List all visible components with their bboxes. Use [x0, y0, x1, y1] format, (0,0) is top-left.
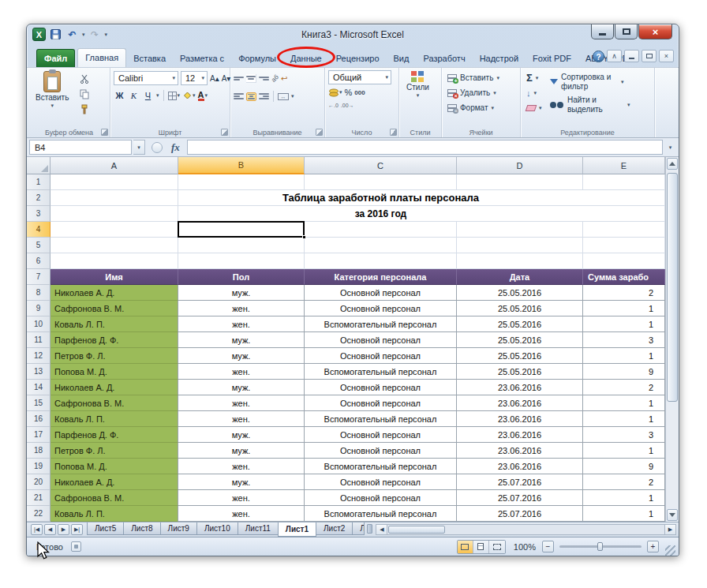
cell-A9[interactable]: Сафронова В. М. [50, 301, 178, 316]
row-header-10[interactable]: 10 [27, 316, 50, 332]
row-header-4[interactable]: 4 [27, 222, 50, 238]
expand-formula-bar-button[interactable]: ▾ [664, 140, 676, 155]
find-select-button[interactable]: Найти и выделить▾ [548, 93, 633, 116]
minimize-ribbon-button[interactable]: ∧ [607, 50, 622, 62]
cell-E1[interactable] [583, 174, 665, 190]
workbook-close-button[interactable]: × [659, 50, 674, 62]
table-header-date[interactable]: Дата [457, 269, 583, 285]
cell-C5[interactable] [305, 238, 457, 253]
align-middle-icon[interactable] [246, 74, 256, 83]
cell-D13[interactable]: 25.05.2016 [457, 364, 583, 380]
increase-font-button[interactable]: А▴ [210, 74, 219, 83]
cell-A21[interactable]: Сафронова В. М. [50, 490, 178, 506]
cell-C22[interactable]: Вспомогательный персонал [305, 506, 457, 522]
ribbon-tab-10[interactable]: Foxit PDF [526, 50, 578, 67]
vertical-scroll-thumb[interactable] [667, 173, 678, 402]
row-header-16[interactable]: 16 [27, 411, 50, 427]
cell-B9[interactable]: жен. [178, 301, 305, 316]
cell-B1[interactable] [178, 174, 305, 190]
cell-C1[interactable] [305, 174, 457, 190]
align-bottom-icon[interactable] [259, 74, 269, 83]
cell-D17[interactable]: 23.06.2016 [457, 427, 583, 443]
row-header-15[interactable]: 15 [27, 395, 50, 411]
font-name-select[interactable]: Calibri▾ [114, 71, 178, 85]
align-top-icon[interactable] [234, 74, 244, 83]
table-header-category[interactable]: Категория персонала [305, 269, 457, 285]
borders-button[interactable]: ▾ [168, 92, 181, 100]
sheet-tab-6[interactable]: Лист2 [316, 522, 353, 535]
row-header-14[interactable]: 14 [27, 380, 50, 395]
prev-sheet-button[interactable]: ◀ [44, 524, 56, 535]
cell-E19[interactable]: 9 [583, 459, 665, 474]
increase-decimal-button[interactable]: ←.0 [328, 103, 339, 108]
cell-B17[interactable]: муж. [178, 427, 305, 443]
cell-E18[interactable]: 1 [583, 443, 665, 459]
horizontal-scrollbar[interactable]: ◀ ▶ [376, 524, 676, 535]
cell-A1[interactable] [50, 174, 178, 190]
horizontal-scroll-thumb[interactable] [388, 526, 445, 534]
cell-B18[interactable]: муж. [178, 443, 305, 459]
row-header-3[interactable]: 3 [27, 206, 50, 222]
row-header-8[interactable]: 8 [27, 285, 50, 301]
row-header-2[interactable]: 2 [27, 190, 50, 206]
sheet-tab-5[interactable]: Лист1 [278, 522, 316, 537]
cell-A18[interactable]: Петров Ф. Л. [50, 443, 178, 459]
italic-button[interactable]: К [128, 91, 140, 100]
copy-button[interactable] [77, 88, 92, 100]
normal-view-button[interactable] [458, 541, 473, 553]
wrap-text-icon[interactable]: ↩ [281, 74, 287, 83]
vertical-scrollbar[interactable] [665, 157, 679, 522]
scroll-down-button[interactable] [667, 509, 678, 521]
cell-A16[interactable]: Коваль Л. П. [50, 411, 178, 427]
cell-B8[interactable]: муж. [178, 285, 305, 301]
cell-E10[interactable]: 1 [583, 316, 665, 332]
clipboard-dialog-launcher-icon[interactable] [101, 129, 108, 136]
row-header-18[interactable]: 18 [27, 443, 50, 459]
select-all-corner[interactable] [27, 157, 50, 174]
ribbon-tab-3[interactable]: Разметка с [173, 50, 231, 67]
cell-D14[interactable]: 23.06.2016 [457, 380, 583, 395]
cell-E13[interactable]: 9 [583, 364, 665, 380]
column-header-A[interactable]: A [50, 157, 178, 174]
resize-grip[interactable] [665, 545, 675, 556]
cell-B16[interactable]: жен. [178, 411, 305, 427]
cell-A5[interactable] [50, 238, 178, 253]
cell-C16[interactable]: Вспомогательный персонал [305, 411, 457, 427]
ribbon-tab-0[interactable]: Файл [36, 49, 75, 67]
number-format-select[interactable]: Общий▾ [328, 70, 391, 84]
fill-button[interactable]: ↓▾ [524, 85, 548, 100]
decrease-decimal-button[interactable]: .00→ [341, 103, 354, 108]
percent-format-button[interactable]: % [345, 88, 353, 97]
cell-C18[interactable]: Основной персонал [305, 443, 457, 459]
minimize-button[interactable] [591, 24, 614, 39]
align-right-icon[interactable] [259, 92, 269, 101]
insert-cells-button[interactable]: + Вставить▾ [445, 70, 502, 85]
cell-C4[interactable] [305, 222, 457, 238]
sheet-tab-7[interactable]: Ли [352, 522, 365, 535]
cell-B13[interactable]: жен. [178, 364, 305, 380]
cell-E11[interactable]: 3 [583, 332, 665, 348]
cell-A12[interactable]: Петров Ф. Л. [50, 348, 178, 364]
row-header-12[interactable]: 12 [27, 348, 50, 364]
cell-C6[interactable] [305, 253, 457, 269]
cell-A11[interactable]: Парфенов Д. Ф. [50, 332, 178, 348]
cell-B10[interactable]: жен. [178, 316, 305, 332]
alignment-dialog-launcher-icon[interactable] [316, 129, 323, 136]
cell-B6[interactable] [178, 253, 305, 269]
cell-D4[interactable] [457, 222, 583, 238]
column-header-E[interactable]: E [583, 157, 665, 174]
cell-C20[interactable]: Основной персонал [305, 474, 457, 490]
zoom-slider[interactable] [559, 545, 642, 548]
scroll-left-button[interactable]: ◀ [376, 525, 387, 534]
cell-B21[interactable]: жен. [178, 490, 305, 506]
paste-button[interactable]: Вставить ▾ [32, 70, 73, 126]
fill-color-button[interactable]: ▾ [182, 91, 196, 100]
zoom-level[interactable]: 100% [514, 542, 536, 552]
cell-B14[interactable]: муж. [178, 380, 305, 395]
ribbon-tab-4[interactable]: Формулы [231, 50, 283, 67]
row-header-13[interactable]: 13 [27, 364, 50, 380]
cell-E17[interactable]: 3 [583, 427, 665, 443]
cell-E5[interactable] [583, 238, 665, 253]
page-break-view-button[interactable] [489, 541, 505, 553]
number-dialog-launcher-icon[interactable] [390, 129, 397, 136]
